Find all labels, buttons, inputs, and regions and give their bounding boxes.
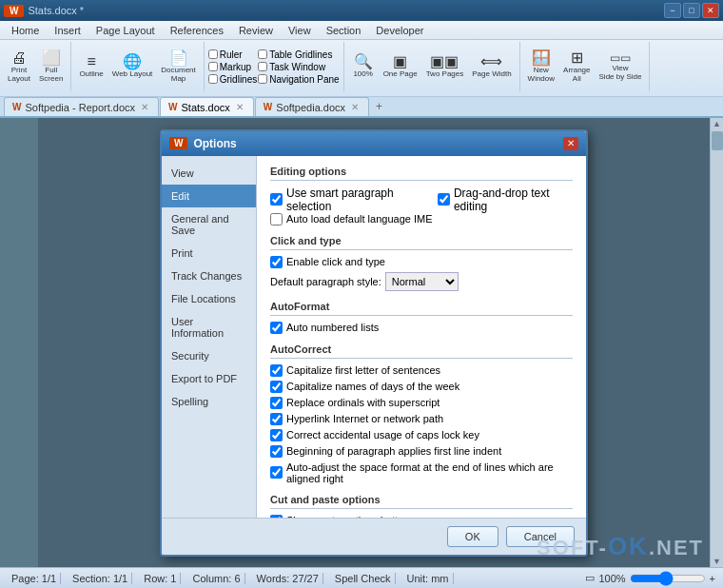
sidebar-item-file-locations[interactable]: File Locations [162,287,256,310]
arrange-all-button[interactable]: ⊞ ArrangeAll [559,44,594,89]
replace-ordinals-label[interactable]: Replace ordinals with superscript [270,397,440,409]
maximize-button[interactable]: □ [683,3,700,18]
minimize-button[interactable]: − [664,3,681,18]
tab-report-close[interactable]: ✕ [141,102,148,112]
space-format-label[interactable]: Auto-adjust the space format at the end … [270,461,573,484]
task-window-checkbox[interactable] [258,62,267,71]
cancel-button[interactable]: Cancel [506,526,575,547]
sidebar-item-track-changes[interactable]: Track Changes [162,265,256,287]
print-layout-button[interactable]: 🖨 PrintLayout [4,44,34,89]
zoom-slider[interactable] [630,573,706,584]
editing-options-section: Editing options Use smart paragraph sele… [270,166,573,225]
task-window-label: Task Window [269,62,325,72]
sidebar-item-view[interactable]: View [162,162,256,185]
show-paste-label[interactable]: Show paste options buttons [270,515,415,518]
gridlines-checkbox-label[interactable]: Gridlines [208,74,257,85]
full-screen-button[interactable]: ⬜ FullScreen [35,44,67,89]
menu-developer[interactable]: Developer [368,21,431,40]
menu-home[interactable]: Home [4,21,47,40]
close-button[interactable]: ✕ [702,3,719,18]
ruler-checkbox-label[interactable]: Ruler [208,49,257,60]
sidebar-item-print[interactable]: Print [162,242,256,265]
auto-load-ime-label[interactable]: Auto load default language IME [270,213,433,225]
show-paste-checkbox[interactable] [270,515,283,518]
replace-ordinals-checkbox[interactable] [270,397,283,409]
zoom-button[interactable]: 🔍 100% [348,44,379,89]
dialog-close-button[interactable]: ✕ [563,137,578,150]
drag-drop-checkbox[interactable] [438,193,450,206]
auto-load-ime-checkbox[interactable] [270,213,283,225]
ruler-checkbox[interactable] [208,49,218,59]
enable-click-type-checkbox[interactable] [270,256,283,268]
autocorrect-section: AutoCorrect Capitalize first letter of s… [270,343,573,484]
default-paragraph-select[interactable]: Normal Body Text Heading 1 [385,272,459,291]
document-map-button[interactable]: 📄 DocumentMap [157,44,199,89]
toolbar-group-layout: ≡ Outline 🌐 Web Layout 📄 DocumentMap [75,42,204,91]
scroll-down-button[interactable]: ▼ [711,556,723,567]
sidebar-item-export-pdf[interactable]: Export to PDF [162,367,256,390]
tab-stats-close[interactable]: ✕ [236,102,244,112]
menu-page-layout[interactable]: Page Layout [88,21,163,40]
tab-add-button[interactable]: + [370,97,388,116]
task-window-checkbox-label[interactable]: Task Window [258,62,339,72]
first-line-indent-label[interactable]: Beginning of paragraph applies first lin… [270,445,501,458]
first-line-indent-checkbox[interactable] [270,445,283,458]
tab-stats[interactable]: W Stats.docx ✕ [160,97,254,116]
space-format-checkbox[interactable] [270,466,283,479]
status-zoom-plus[interactable]: + [710,573,715,584]
outline-label: Outline [79,70,103,79]
scroll-up-button[interactable]: ▲ [711,118,723,129]
capitalize-sentences-text: Capitalize first letter of sentences [286,364,440,376]
menu-section[interactable]: Section [319,21,369,40]
tab-softpedia[interactable]: W Softpedia.docx ✕ [255,97,369,116]
enable-click-type-label[interactable]: Enable click and type [270,256,385,268]
view-side-by-side-button[interactable]: ▭▭ ViewSide by Side [596,44,646,89]
sidebar-item-spelling[interactable]: Spelling [162,390,256,413]
new-window-button[interactable]: 🪟 NewWindow [524,44,558,89]
gridlines-checkbox[interactable] [208,74,218,84]
enable-click-type-row: Enable click and type [270,256,573,268]
smart-paragraph-label[interactable]: Use smart paragraph selection [270,186,426,213]
hyperlink-label[interactable]: Hyperlink Internet or network path [270,413,443,425]
capitalize-sentences-checkbox[interactable] [270,364,283,377]
menu-references[interactable]: References [163,21,231,40]
sidebar-item-security[interactable]: Security [162,344,256,367]
one-page-button[interactable]: ▣ One Page [380,44,421,89]
status-spell[interactable]: Spell Check [331,573,396,584]
full-screen-icon: ⬜ [42,50,61,66]
menu-insert[interactable]: Insert [47,21,88,40]
smart-paragraph-checkbox[interactable] [270,193,283,206]
table-gridlines-checkbox[interactable] [258,49,267,59]
caps-lock-label[interactable]: Correct accidental usage of caps lock ke… [270,429,479,441]
sidebar-item-general-save[interactable]: General and Save [162,207,256,242]
capitalize-days-label[interactable]: Capitalize names of days of the week [270,381,459,393]
auto-numbered-checkbox[interactable] [270,322,283,334]
status-bar: Page: 1/1 Section: 1/1 Row: 1 Column: 6 … [0,567,723,588]
menu-review[interactable]: Review [231,21,281,40]
tab-report[interactable]: W Softpedia - Report.docx ✕ [4,97,159,116]
tab-softpedia-close[interactable]: ✕ [351,102,359,112]
two-pages-button[interactable]: ▣▣ Two Pages [422,44,468,89]
sidebar-item-edit[interactable]: Edit [162,185,256,207]
capitalize-days-checkbox[interactable] [270,381,283,393]
auto-numbered-label[interactable]: Auto numbered lists [270,322,379,334]
sidebar-item-user-info[interactable]: User Information [162,310,256,344]
dialog-footer: OK Cancel [162,518,586,555]
markup-checkbox-label[interactable]: Markup [208,62,257,72]
right-scrollbar[interactable]: ▲ ▼ [710,118,723,567]
caps-lock-checkbox[interactable] [270,429,283,441]
web-layout-button[interactable]: 🌐 Web Layout [108,44,157,89]
menu-view[interactable]: View [281,21,319,40]
hyperlink-checkbox[interactable] [270,413,283,425]
outline-button[interactable]: ≡ Outline [75,44,107,89]
capitalize-sentences-label[interactable]: Capitalize first letter of sentences [270,364,440,377]
drag-drop-label[interactable]: Drag-and-drop text editing [438,186,573,213]
nav-pane-checkbox[interactable] [258,74,267,84]
scrollbar-thumb[interactable] [712,131,723,150]
ok-button[interactable]: OK [447,526,498,547]
markup-checkbox[interactable] [208,62,218,71]
table-gridlines-checkbox-label[interactable]: Table Gridlines [258,49,339,60]
nav-pane-checkbox-label[interactable]: Navigation Pane [258,74,339,85]
dialog-title: Options [193,137,236,150]
page-width-button[interactable]: ⟺ Page Width [468,44,515,89]
